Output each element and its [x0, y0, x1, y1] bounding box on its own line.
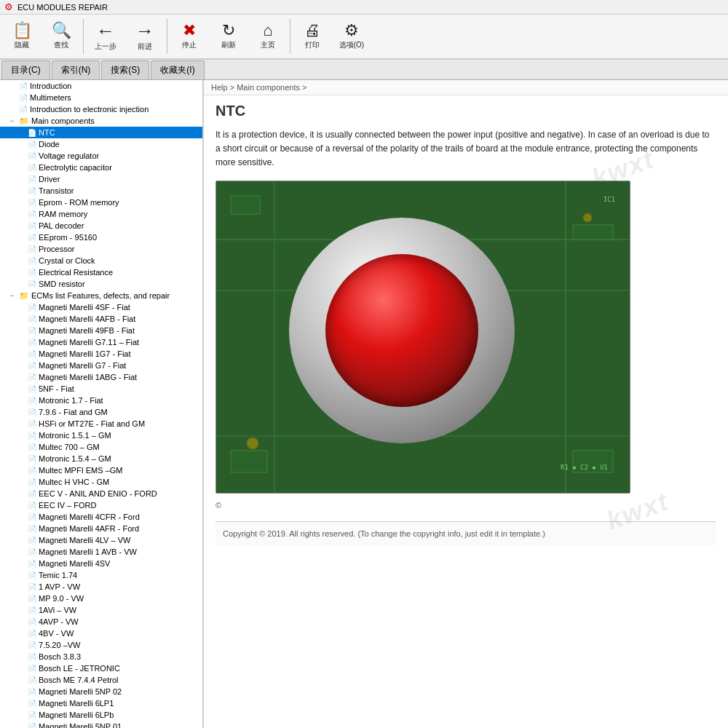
find-button[interactable]: 🔍 查找 — [42, 16, 80, 57]
sidebar-item-5nf-fiat[interactable]: 📄5NF - Fiat — [0, 383, 202, 395]
sidebar-item-1avi-vw[interactable]: 📄1AVi – VW — [0, 604, 202, 616]
sidebar-item-4avp-vw[interactable]: 📄4AVP - VW — [0, 616, 202, 628]
find-label: 查找 — [54, 40, 68, 50]
sidebar-item-electrical-resistance[interactable]: 📄Electrical Resistance — [0, 266, 202, 278]
sidebar-item-mm-g711[interactable]: 📄Magneti Marelli G7.11 – Fiat — [0, 336, 202, 348]
sidebar-item-multec-mpfi[interactable]: 📄Multec MPFI EMS –GM — [0, 464, 202, 476]
doc-icon: 📄 — [19, 82, 28, 90]
doc-icon: 📄 — [28, 164, 36, 172]
back-button[interactable]: ← 上一步 — [87, 16, 124, 57]
sidebar-item-label: Voltage regulator — [39, 151, 99, 160]
sidebar[interactable]: 📄Introduction📄Multimeters📄Introduction t… — [0, 80, 204, 728]
sidebar-item-mm-6lpb[interactable]: 📄Magneti Marelli 6LPb — [0, 709, 202, 721]
sidebar-item-mp90-vw[interactable]: 📄MP 9.0 - VW — [0, 593, 202, 604]
sidebar-item-motronic-151[interactable]: 📄Motronic 1.5.1 – GM — [0, 430, 202, 441]
sidebar-item-mm-4cfr[interactable]: 📄Magneti Marelli 4CFR - Ford — [0, 511, 202, 523]
sidebar-item-intro-electronic[interactable]: 📄Introduction to electronic injection — [0, 103, 202, 115]
home-button[interactable]: ⌂ 主页 — [249, 16, 287, 57]
sidebar-item-bosch-383[interactable]: 📄Bosch 3.8.3 — [0, 651, 202, 662]
print-button[interactable]: 🖨 打印 — [293, 16, 331, 57]
sidebar-item-hsfi-mt27e[interactable]: 📄HSFi or MT27E - Fiat and GM — [0, 418, 202, 430]
sidebar-item-multec-700[interactable]: 📄Multec 700 – GM — [0, 441, 202, 453]
sidebar-item-mm-5np02[interactable]: 📄Magneti Marelli 5NP 02 — [0, 686, 202, 697]
doc-icon: 📄 — [28, 641, 36, 649]
sidebar-item-mm-1avb[interactable]: 📄Magneti Marelli 1 AVB - VW — [0, 546, 202, 558]
sidebar-item-mm-5np01[interactable]: 📄Magneti Marelli 5NP 01 — [0, 721, 202, 728]
sidebar-item-driver[interactable]: 📄Driver — [0, 173, 202, 185]
tab-contents[interactable]: 目录(C) — [1, 60, 50, 79]
doc-icon: 📄 — [19, 106, 28, 114]
sidebar-item-voltage-regulator[interactable]: 📄Voltage regulator — [0, 150, 202, 162]
tab-favorites[interactable]: 收藏夹(I) — [151, 60, 204, 79]
sidebar-item-796-fiat-gm[interactable]: 📄7.9.6 - Fiat and GM — [0, 406, 202, 418]
sidebar-item-mm-g7[interactable]: 📄Magneti Marelli G7 - Fiat — [0, 360, 202, 371]
sidebar-item-motronic-17[interactable]: 📄Motronic 1.7 - Fiat — [0, 395, 202, 406]
doc-icon: 📄 — [28, 618, 36, 626]
refresh-button[interactable]: ↻ 刷新 — [210, 16, 248, 57]
sidebar-item-mm-1g7[interactable]: 📄Magneti Marelli 1G7 - Fiat — [0, 348, 202, 360]
sidebar-item-transistor[interactable]: 📄Transistor — [0, 185, 202, 197]
tab-search[interactable]: 搜索(S) — [101, 60, 149, 79]
sidebar-item-eprom-rom[interactable]: 📄Eprom - ROM memory — [0, 197, 202, 208]
sidebar-item-pal-decoder[interactable]: 📄PAL decoder — [0, 220, 202, 232]
svg-point-10 — [583, 213, 592, 222]
sidebar-item-ram-memory[interactable]: 📄RAM memory — [0, 208, 202, 220]
svg-rect-7 — [231, 451, 267, 472]
sidebar-item-label: Magneti Marelli 6LP1 — [39, 699, 114, 708]
sidebar-item-label: Magneti Marelli 49FB - Fiat — [39, 326, 135, 335]
sidebar-item-label: Multec MPFI EMS –GM — [39, 466, 123, 475]
sidebar-item-multec-h-vhc[interactable]: 📄Multec H VHC - GM — [0, 476, 202, 488]
sidebar-item-7520-vw[interactable]: 📄7.5.20 –VW — [0, 639, 202, 651]
sidebar-item-processor[interactable]: 📄Processor — [0, 243, 202, 255]
sidebar-item-mm-6lp1[interactable]: 📄Magneti Marelli 6LP1 — [0, 697, 202, 709]
doc-icon: 📄 — [28, 432, 36, 440]
forward-button[interactable]: → 前进 — [126, 16, 164, 57]
sidebar-item-mm-1abg[interactable]: 📄Magneti Marelli 1ABG - Fiat — [0, 371, 202, 383]
doc-icon: 📄 — [28, 560, 36, 568]
sidebar-item-mm-4afb[interactable]: 📄Magneti Marelli 4AFB - Fiat — [0, 313, 202, 325]
sidebar-item-eeprom-95160[interactable]: 📄EEprom - 95160 — [0, 232, 202, 243]
sidebar-item-bosch-me744[interactable]: 📄Bosch ME 7.4.4 Petrol — [0, 674, 202, 686]
sidebar-item-eec-v[interactable]: 📄EEC V - ANIL AND ENIO - FORD — [0, 488, 202, 499]
doc-icon: 📄 — [28, 152, 36, 160]
sidebar-item-label: Magneti Marelli G7 - Fiat — [39, 361, 126, 370]
sidebar-item-1avp-vw[interactable]: 📄1 AVP - VW — [0, 581, 202, 593]
sidebar-item-introduction[interactable]: 📄Introduction — [0, 80, 202, 92]
sidebar-item-ecms-list[interactable]: −📁ECMs list Features, defects, and repai… — [0, 290, 202, 301]
sidebar-item-mm-4afr[interactable]: 📄Magneti Marelli 4AFR - Ford — [0, 523, 202, 534]
ntc-red-component — [325, 254, 478, 407]
stop-button[interactable]: ✖ 停止 — [170, 16, 208, 57]
sidebar-item-crystal-clock[interactable]: 📄Crystal or Clock — [0, 255, 202, 266]
sidebar-item-motronic-154[interactable]: 📄Motronic 1.5.4 – GM — [0, 453, 202, 464]
svg-rect-5 — [231, 196, 260, 214]
sidebar-item-label: HSFi or MT27E - Fiat and GM — [39, 419, 145, 428]
doc-icon: 📄 — [28, 630, 36, 638]
sidebar-item-mm-4lv[interactable]: 📄Magneti Marelli 4LV – VW — [0, 534, 202, 546]
sidebar-item-diode[interactable]: 📄Diode — [0, 138, 202, 150]
sidebar-item-label: EEprom - 95160 — [39, 233, 97, 242]
back-label: 上一步 — [95, 41, 116, 52]
sidebar-item-temic-174[interactable]: 📄Temic 1.74 — [0, 569, 202, 581]
pcb-label-1: R1 ▪ C2 ▪ U1 — [561, 464, 608, 471]
sidebar-item-ntc[interactable]: 📄NTC — [0, 127, 202, 138]
sidebar-item-label: 5NF - Fiat — [39, 384, 74, 393]
hide-button[interactable]: 📋 隐藏 — [3, 16, 41, 57]
sidebar-item-mm-49fb[interactable]: 📄Magneti Marelli 49FB - Fiat — [0, 325, 202, 336]
sidebar-item-bosch-le[interactable]: 📄Bosch LE - JETRONIC — [0, 662, 202, 674]
doc-icon: 📄 — [28, 688, 36, 696]
options-button[interactable]: ⚙ 选项(O) — [333, 16, 371, 57]
doc-icon: 📄 — [28, 583, 36, 591]
sidebar-item-mm-4sv[interactable]: 📄Magneti Marelli 4SV — [0, 558, 202, 569]
sidebar-item-electrolytic-capacitor[interactable]: 📄Electrolytic capacitor — [0, 162, 202, 173]
sidebar-item-mm-4sf-fiat[interactable]: 📄Magneti Marelli 4SF - Fiat — [0, 301, 202, 313]
forward-label: 前进 — [138, 41, 152, 52]
tab-index[interactable]: 索引(N) — [52, 60, 100, 79]
sidebar-item-main-components[interactable]: −📁Main components — [0, 115, 202, 127]
sidebar-item-eec-iv[interactable]: 📄EEC IV – FORD — [0, 499, 202, 511]
sidebar-item-4bv-vw[interactable]: 📄4BV - VW — [0, 628, 202, 639]
sidebar-item-label: Driver — [39, 175, 60, 183]
doc-icon: 📄 — [28, 187, 36, 195]
sidebar-item-smd-resistor[interactable]: 📄SMD resistor — [0, 278, 202, 290]
doc-icon: 📄 — [28, 315, 36, 323]
sidebar-item-multimeters[interactable]: 📄Multimeters — [0, 92, 202, 103]
